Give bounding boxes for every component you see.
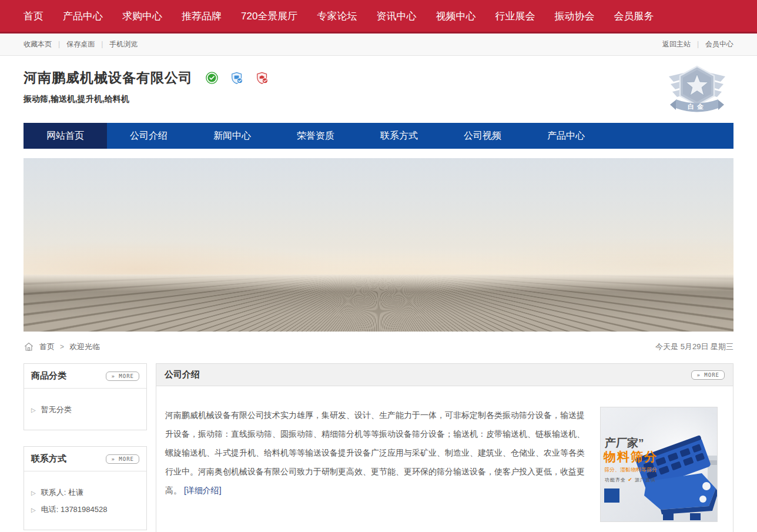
- sitenav-item-products[interactable]: 产品中心: [524, 123, 608, 149]
- product-ad-image[interactable]: 产厂家” 物料筛分 筛分、湿黏物料等筛分 功能齐全 ✔ 源厂直供: [600, 407, 718, 522]
- company-tagline: 振动筛,输送机,提升机,给料机: [24, 94, 269, 105]
- ad-feature-line: 功能齐全 ✔ 源厂直供: [605, 477, 656, 483]
- banner-wood-floor: [24, 275, 733, 332]
- ad-headline-orange: 物料筛分: [604, 449, 658, 465]
- sitenav-item-news[interactable]: 新闻中心: [190, 123, 274, 149]
- contact-person-item: ▷联系人: 杜谦: [31, 487, 139, 498]
- bookmark-page-link[interactable]: 收藏本页: [24, 40, 52, 48]
- category-item-label: 暂无分类: [41, 405, 72, 414]
- sitenav-item-contact[interactable]: 联系方式: [357, 123, 441, 149]
- verified-check-icon: [206, 72, 218, 84]
- ad-subline: 筛分、湿黏物料等筛分: [604, 466, 657, 474]
- company-identity: 河南鹏威机械设备有限公司 振动筛,输送机,提升机,给料机: [24, 63, 269, 105]
- triangle-bullet-icon: ▷: [31, 407, 36, 413]
- ad-feature-2: 源厂直供: [635, 477, 656, 483]
- topnav-item[interactable]: 720全景展厅: [241, 9, 297, 23]
- back-to-main-site-link[interactable]: 返回主站: [662, 40, 691, 48]
- sitenav-item-video[interactable]: 公司视频: [441, 123, 524, 149]
- site-nav: 网站首页 公司介绍 新闻中心 荣誉资质 联系方式 公司视频 产品中心: [24, 123, 733, 149]
- top-nav: 首页 产品中心 求购中心 推荐品牌 720全景展厅 专家论坛 资讯中心 视频中心…: [0, 0, 757, 34]
- sidebar: 商品分类 » MORE ▷暂无分类 联系方式 » MORE ▷联系人: 杜谦 ▷…: [24, 363, 147, 530]
- contact-box-header: 联系方式 » MORE: [24, 447, 146, 471]
- intro-more-button[interactable]: » MORE: [691, 370, 725, 380]
- divider: |: [101, 40, 103, 48]
- utility-left: 收藏本页|保存桌面|手机浏览: [24, 39, 138, 49]
- breadcrumb-current: 欢迎光临: [69, 342, 100, 352]
- sitenav-item-about[interactable]: 公司介绍: [107, 123, 190, 149]
- save-desktop-link[interactable]: 保存桌面: [66, 40, 95, 48]
- category-box-title: 商品分类: [31, 370, 66, 382]
- topnav-item[interactable]: 资讯中心: [376, 9, 416, 23]
- topnav-item[interactable]: 振动协会: [554, 9, 594, 23]
- blue-shield-cert-icon: [231, 72, 243, 84]
- category-box-body: ▷暂无分类: [24, 389, 146, 430]
- topnav-item[interactable]: 推荐品牌: [182, 9, 222, 23]
- platinum-medal-badge: 白金: [668, 63, 726, 117]
- ad-feature-1: 功能齐全: [605, 477, 626, 483]
- topnav-item[interactable]: 求购中心: [122, 9, 162, 23]
- divider: |: [58, 40, 60, 48]
- company-name: 河南鹏威机械设备有限公司: [24, 69, 193, 87]
- mobile-view-link[interactable]: 手机浏览: [109, 40, 138, 48]
- sitenav-item-home[interactable]: 网站首页: [24, 123, 107, 149]
- company-intro-body: 产厂家” 物料筛分 筛分、湿黏物料等筛分 功能齐全 ✔ 源厂直供 河南鹏威机械设…: [156, 386, 733, 532]
- breadcrumb-home-link[interactable]: 首页: [39, 342, 55, 352]
- category-item-none[interactable]: ▷暂无分类: [31, 404, 139, 415]
- company-intro-header: 公司介绍 » MORE: [156, 364, 733, 386]
- contact-box: 联系方式 » MORE ▷联系人: 杜谦 ▷电话: 13781984528: [24, 446, 147, 530]
- contact-person-label: 联系人: 杜谦: [41, 488, 83, 497]
- company-intro-panel: 公司介绍 » MORE: [156, 363, 733, 532]
- topnav-item[interactable]: 视频中心: [436, 9, 475, 23]
- breadcrumb-separator: >: [60, 343, 64, 351]
- detail-intro-link[interactable]: [详细介绍]: [184, 486, 222, 495]
- topnav-item[interactable]: 首页: [24, 9, 43, 23]
- today-date-text: 今天是 5月29日 星期三: [655, 342, 733, 352]
- company-intro-title: 公司介绍: [165, 369, 200, 380]
- company-header: 河南鹏威机械设备有限公司 振动筛,输送机,提升机,给料机: [0, 56, 757, 122]
- utility-right: 返回主站|会员中心: [662, 39, 733, 49]
- topnav-item[interactable]: 行业展会: [495, 9, 535, 23]
- contact-phone-label: 电话: 13781984528: [41, 505, 108, 514]
- divider: |: [697, 40, 699, 48]
- banner-sky: [24, 158, 733, 276]
- company-intro-text: 河南鹏威机械设备有限公司技术实力雄厚，集研发、设计、生产能力于一体，可非标定制各…: [165, 410, 585, 495]
- contact-more-button[interactable]: » MORE: [106, 454, 139, 464]
- topnav-item[interactable]: 专家论坛: [317, 9, 357, 23]
- triangle-bullet-icon: ▷: [31, 507, 36, 513]
- content-area: 商品分类 » MORE ▷暂无分类 联系方式 » MORE ▷联系人: 杜谦 ▷…: [24, 363, 733, 532]
- hero-banner-image: [24, 158, 733, 332]
- category-box: 商品分类 » MORE ▷暂无分类: [24, 363, 147, 430]
- medal-label: 白金: [688, 103, 706, 110]
- contact-box-title: 联系方式: [31, 453, 66, 464]
- member-center-link[interactable]: 会员中心: [705, 40, 733, 48]
- category-box-header: 商品分类 » MORE: [24, 364, 146, 389]
- breadcrumb-row: 首页 > 欢迎光临 今天是 5月29日 星期三: [24, 332, 733, 360]
- triangle-bullet-icon: ▷: [31, 490, 36, 496]
- contact-box-body: ▷联系人: 杜谦 ▷电话: 13781984528: [24, 471, 146, 530]
- category-more-button[interactable]: » MORE: [106, 372, 139, 381]
- check-icon: ✔: [628, 477, 633, 483]
- topnav-item[interactable]: 会员服务: [614, 9, 654, 23]
- utility-bar: 收藏本页|保存桌面|手机浏览 返回主站|会员中心: [0, 34, 757, 56]
- sitenav-item-honors[interactable]: 荣誉资质: [274, 123, 357, 149]
- contact-phone-item: ▷电话: 13781984528: [31, 504, 139, 515]
- topnav-item[interactable]: 产品中心: [63, 9, 103, 23]
- red-shield-cert-icon: [256, 72, 269, 84]
- breadcrumb: 首页 > 欢迎光临: [24, 342, 100, 352]
- ad-blue-button[interactable]: [604, 488, 619, 503]
- home-icon[interactable]: [24, 342, 34, 352]
